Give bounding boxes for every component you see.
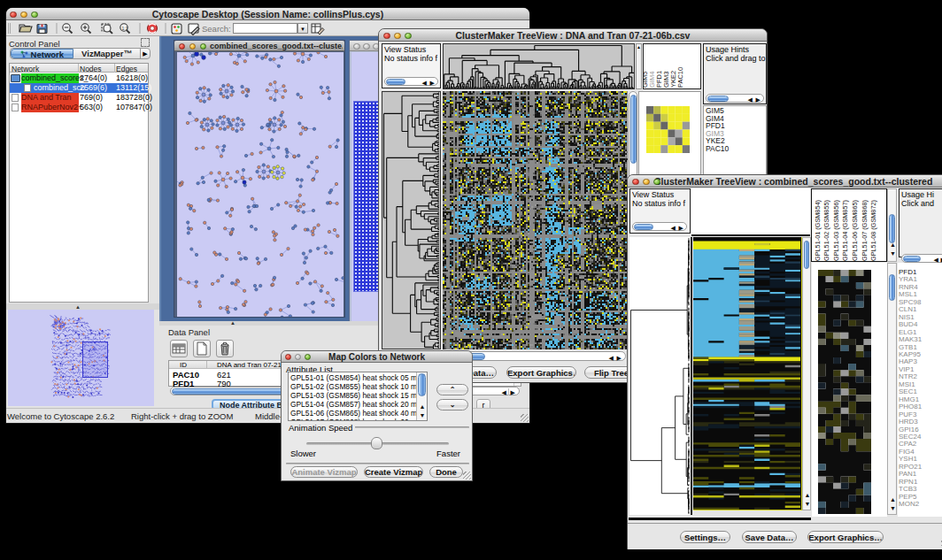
svg-text:GPL51-08 (GSM872): GPL51-08 (GSM872)	[869, 200, 877, 261]
svg-text:GPL51-06 (GSM865): GPL51-06 (GSM865)	[851, 200, 859, 261]
svg-text:GPL51-07 (GSM868): GPL51-07 (GSM868)	[861, 200, 869, 261]
svg-text:GPL51-01 (GSM854): GPL51-01 (GSM854)	[814, 200, 822, 261]
svg-text:GPL51-03 (GSM856): GPL51-03 (GSM856)	[832, 200, 840, 261]
svg-text:PAC10: PAC10	[676, 67, 684, 88]
svg-text:1:1: 1:1	[122, 26, 128, 31]
svg-text:GPL51-02 (GSM855): GPL51-02 (GSM855)	[822, 200, 830, 261]
svg-text:GPL51-04 (GSM857): GPL51-04 (GSM857)	[841, 200, 849, 261]
